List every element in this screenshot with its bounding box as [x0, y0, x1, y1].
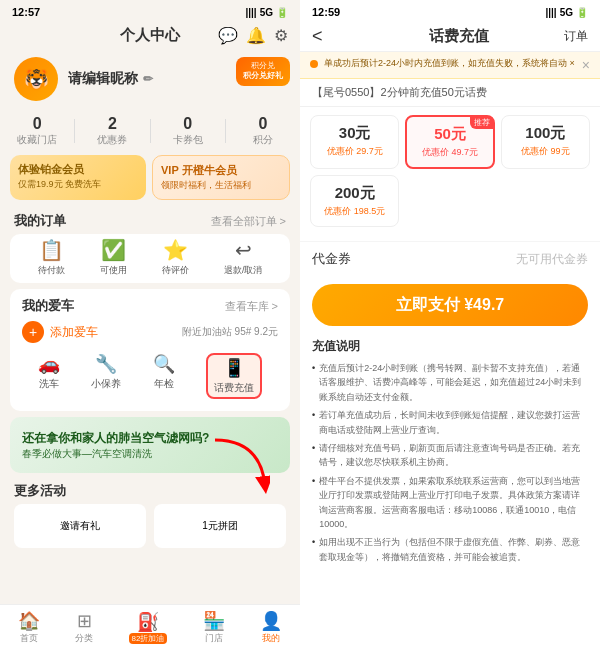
nav-gas[interactable]: ⛽ 82折加油 — [129, 611, 168, 644]
recharge-notes: 充值说明 • 充值后预计2-24小时到账（携号转网、副卡暂不支持充值），若通话客… — [300, 334, 600, 564]
nav-store[interactable]: 🏪 门店 — [203, 610, 225, 645]
page-title-left: 个人中心 — [120, 26, 180, 45]
view-garage[interactable]: 查看车库 > — [225, 299, 278, 314]
activity-row: 邀请有礼 1元拼团 — [14, 504, 286, 548]
account-info: 【尾号0550】2分钟前充值50元话费 — [300, 79, 600, 107]
vip-section: 体验铂金会员 仅需19.9元 免费洗车 VIP 开橙牛会员 领限时福利，生活福利 — [10, 155, 290, 200]
stat-favorites[interactable]: 0 收藏门店 — [0, 115, 74, 147]
group-activity[interactable]: 1元拼团 — [154, 504, 286, 548]
more-activities: 更多活动 邀请有礼 1元拼团 — [0, 477, 300, 552]
store-icon: 🏪 — [203, 610, 225, 632]
order-pending-review[interactable]: ⭐ 待评价 — [162, 238, 189, 277]
refund-icon: ↩ — [224, 238, 263, 262]
wash-service[interactable]: 🚗 洗车 — [38, 353, 60, 399]
left-panel: 12:57 |||| 5G 🔋 个人中心 💬 🔔 ⚙ 🐯 请编辑昵称 ✏ 积分兑… — [0, 0, 300, 650]
note-1: • 充值后预计2-24小时到账（携号转网、副卡暂不支持充值），若通话客服维护、话… — [312, 361, 588, 404]
notice-close-icon[interactable]: × — [582, 57, 590, 73]
status-bar-right: 12:59 |||| 5G 🔋 — [300, 0, 600, 22]
order-refund[interactable]: ↩ 退款/取消 — [224, 238, 263, 277]
note-4: • 橙牛平台不提供发票，如果索取系统联系运营商，您可以到当地营业厅打印发票或登陆… — [312, 474, 588, 532]
order-pending-pay[interactable]: 📋 待付款 — [38, 238, 65, 277]
pending-pay-icon: 📋 — [38, 238, 65, 262]
review-icon: ⭐ — [162, 238, 189, 262]
signal-left: |||| 5G 🔋 — [245, 7, 288, 18]
header-icons: 💬 🔔 ⚙ — [218, 26, 288, 45]
note-5: • 如用出现不正当行为（包括但不限于虚假充值、作弊、刷券、恶意套取现金等），将撤… — [312, 535, 588, 564]
inspection-icon: 🔍 — [153, 353, 175, 375]
time-right: 12:59 — [312, 6, 340, 18]
bottom-nav: 🏠 首页 ⊞ 分类 ⛽ 82折加油 🏪 门店 👤 我的 — [0, 604, 300, 650]
gas-icon: ⛽ — [129, 611, 168, 633]
maintenance-service[interactable]: 🔧 小保养 — [91, 353, 121, 399]
stats-row: 0 收藏门店 2 优惠券 0 卡券包 0 积分 — [0, 109, 300, 155]
view-all-orders[interactable]: 查看全部订单 > — [211, 214, 286, 229]
order-usable[interactable]: ✅ 可使用 — [100, 238, 127, 277]
user-name-row: 请编辑昵称 ✏ — [68, 70, 153, 88]
stat-cards[interactable]: 0 卡券包 — [151, 115, 225, 147]
add-car-label[interactable]: 添加爱车 — [50, 324, 98, 341]
recharge-amounts: 30元 优惠价 29.7元 推荐 50元 优惠价 49.7元 100元 优惠价 … — [300, 107, 600, 241]
stat-coupons[interactable]: 2 优惠券 — [75, 115, 149, 147]
amount-200[interactable]: 200元 优惠价 198.5元 — [310, 175, 399, 227]
coupon-label: 代金券 — [312, 250, 351, 268]
status-bar-left: 12:57 |||| 5G 🔋 — [0, 0, 300, 22]
my-car-section: 我的爱车 查看车库 > + 添加爱车 附近加油站 95# 9.2元 🚗 洗车 🔧… — [10, 289, 290, 411]
ad-banner[interactable]: 还在拿你和家人的肺当空气滤网吗? 春季必做大事—汽车空调清洗 — [10, 417, 290, 473]
inspection-service[interactable]: 🔍 年检 — [153, 353, 175, 399]
stat-points[interactable]: 0 积分 — [226, 115, 300, 147]
phone-recharge-service[interactable]: 📱 话费充值 — [206, 353, 262, 399]
home-icon: 🏠 — [18, 610, 40, 632]
amount-100[interactable]: 100元 优惠价 99元 — [501, 115, 590, 169]
vip-orange-card[interactable]: VIP 开橙牛会员 领限时福利，生活福利 — [152, 155, 290, 200]
notice-dot — [310, 60, 318, 68]
usable-icon: ✅ — [100, 238, 127, 262]
orders-link[interactable]: 订单 — [564, 28, 588, 45]
note-3: • 请仔细核对充值号码，刷新页面后请注意查询号码是否正确。若充错号，建议您尽快联… — [312, 441, 588, 470]
right-panel: 12:59 |||| 5G 🔋 < 话费充值 订单 单成功后预计2-24小时内充… — [300, 0, 600, 650]
user-name: 请编辑昵称 — [68, 70, 138, 88]
mine-icon: 👤 — [260, 610, 282, 632]
phone-recharge-icon: 📱 — [214, 357, 254, 379]
order-icons: 📋 待付款 ✅ 可使用 ⭐ 待评价 ↩ 退款/取消 — [10, 234, 290, 283]
nav-mine[interactable]: 👤 我的 — [260, 610, 282, 645]
back-button[interactable]: < — [312, 26, 323, 47]
recommended-badge: 推荐 — [470, 116, 494, 129]
amounts-grid: 30元 优惠价 29.7元 推荐 50元 优惠价 49.7元 100元 优惠价 … — [310, 115, 590, 227]
user-section: 🐯 请编辑昵称 ✏ 积分兑 积分兑好礼 — [0, 49, 300, 109]
edit-icon[interactable]: ✏ — [143, 72, 153, 86]
coupon-section[interactable]: 代金券 无可用代金券 — [300, 241, 600, 276]
add-car-icon[interactable]: + — [22, 321, 44, 343]
gas-station-info: 附近加油站 95# 9.2元 — [182, 325, 278, 339]
add-car-row: + 添加爱车 附近加油站 95# 9.2元 — [22, 321, 278, 343]
category-icon: ⊞ — [75, 610, 93, 632]
nav-category[interactable]: ⊞ 分类 — [75, 610, 93, 645]
notes-title: 充值说明 — [312, 338, 588, 355]
account-info-text: 【尾号0550】2分钟前充值50元话费 — [312, 86, 487, 98]
right-header: < 话费充值 订单 — [300, 22, 600, 52]
vip-gold-card[interactable]: 体验铂金会员 仅需19.9元 免费洗车 — [10, 155, 146, 200]
maintenance-icon: 🔧 — [91, 353, 121, 375]
ad-content: 还在拿你和家人的肺当空气滤网吗? 春季必做大事—汽车空调清洗 — [22, 430, 209, 461]
message-icon[interactable]: 💬 — [218, 26, 238, 45]
bell-icon[interactable]: 🔔 — [246, 26, 266, 45]
pay-button[interactable]: 立即支付 ¥49.7 — [312, 284, 588, 326]
orders-section-header: 我的订单 查看全部订单 > — [0, 206, 300, 234]
notice-text: 单成功后预计2-24小时内充值到账，如充值失败，系统将自动 × — [324, 57, 576, 70]
left-header: 个人中心 💬 🔔 ⚙ — [0, 22, 300, 49]
page-title-right: 话费充值 — [331, 27, 588, 46]
car-services: 🚗 洗车 🔧 小保养 🔍 年检 📱 话费充值 — [22, 349, 278, 403]
note-2: • 若订单充值成功后，长时间未收到到账短信提醒，建议您拨打运营商电话或登陆网上营… — [312, 408, 588, 437]
settings-icon[interactable]: ⚙ — [274, 26, 288, 45]
my-car-header: 我的爱车 查看车库 > — [22, 297, 278, 315]
amount-50[interactable]: 推荐 50元 优惠价 49.7元 — [405, 115, 494, 169]
time-left: 12:57 — [12, 6, 40, 18]
invite-activity[interactable]: 邀请有礼 — [14, 504, 146, 548]
promo-badge[interactable]: 积分兑 积分兑好礼 — [236, 57, 290, 86]
avatar: 🐯 — [14, 57, 58, 101]
wash-icon: 🚗 — [38, 353, 60, 375]
nav-home[interactable]: 🏠 首页 — [18, 610, 40, 645]
signal-right: |||| 5G 🔋 — [545, 7, 588, 18]
amount-30[interactable]: 30元 优惠价 29.7元 — [310, 115, 399, 169]
coupon-value: 无可用代金券 — [516, 251, 588, 268]
notice-banner: 单成功后预计2-24小时内充值到账，如充值失败，系统将自动 × × — [300, 52, 600, 79]
